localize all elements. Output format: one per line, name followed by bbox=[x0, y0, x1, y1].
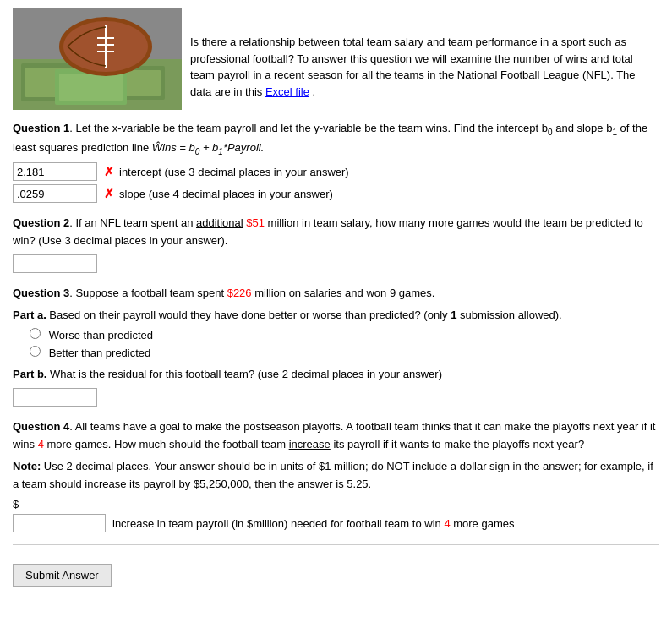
question4-wins: 4 bbox=[38, 438, 44, 450]
question3-partb-input[interactable] bbox=[13, 388, 97, 407]
question3-block: Question 3. Suppose a football team spen… bbox=[13, 285, 659, 407]
question4-dollar-section: $ increase in team payroll (in $million)… bbox=[13, 498, 659, 532]
question2-amount: $51 bbox=[246, 216, 265, 229]
question4-block: Question 4. All teams have a goal to mak… bbox=[13, 418, 659, 532]
radio-worse-text: Worse than predicted bbox=[49, 329, 153, 341]
question1-label: Question 1 bbox=[13, 122, 69, 134]
question3-parta-label: Part a. bbox=[13, 308, 46, 321]
question2-block: Question 2. If an NFL team spent an addi… bbox=[13, 215, 659, 273]
top-section: Is there a relationship between total te… bbox=[13, 8, 659, 110]
svg-rect-6 bbox=[59, 74, 123, 101]
slope-row: ✗ slope (use 4 decimal places in your an… bbox=[13, 184, 659, 203]
slope-input[interactable] bbox=[13, 184, 97, 203]
dollar-label-line: $ bbox=[13, 498, 659, 511]
question4-input[interactable] bbox=[13, 514, 106, 532]
football-image bbox=[13, 8, 182, 110]
radio-worse-label[interactable]: Worse than predicted bbox=[30, 328, 659, 341]
slope-x-mark: ✗ bbox=[104, 187, 114, 200]
excel-link[interactable]: Excel file bbox=[265, 85, 309, 98]
intercept-x-mark: ✗ bbox=[104, 165, 114, 178]
intro-text-content: Is there a relationship between total te… bbox=[190, 35, 636, 98]
question3-radio-group: Worse than predicted Better than predict… bbox=[30, 328, 659, 359]
question3-partb-label: Part b. bbox=[13, 368, 46, 380]
radio-worse[interactable] bbox=[30, 328, 41, 339]
question3-label: Question 3 bbox=[13, 287, 69, 299]
radio-better-text: Better than predicted bbox=[49, 347, 151, 359]
intercept-input[interactable] bbox=[13, 162, 97, 181]
question4-input-label: increase in team payroll (in $million) n… bbox=[112, 517, 514, 530]
question4-note: Note: Use 2 decimal places. Your answer … bbox=[13, 458, 659, 494]
question2-label: Question 2 bbox=[13, 216, 69, 229]
intro-end: . bbox=[313, 85, 316, 98]
question1-block: Question 1. Let the x-variable be the te… bbox=[13, 120, 659, 203]
submit-button[interactable]: Submit Answer bbox=[13, 564, 112, 587]
question2-input[interactable] bbox=[13, 254, 97, 273]
question3-amount: $226 bbox=[227, 287, 252, 299]
question3-parta-text: Part a. Based on their payroll would the… bbox=[13, 307, 659, 325]
question2-additional: additional bbox=[196, 216, 243, 229]
dollar-row: increase in team payroll (in $million) n… bbox=[13, 514, 659, 532]
radio-better-label[interactable]: Better than predicted bbox=[30, 346, 659, 359]
slope-label: slope (use 4 decimal places in your answ… bbox=[119, 188, 333, 200]
intro-text: Is there a relationship between total te… bbox=[190, 8, 659, 100]
q4-wins-label: 4 bbox=[444, 517, 450, 530]
question4-note-label: Note: bbox=[13, 460, 41, 472]
question4-text: Question 4. All teams have a goal to mak… bbox=[13, 418, 659, 454]
intercept-label: intercept (use 3 decimal places in your … bbox=[119, 166, 349, 178]
question2-text: Question 2. If an NFL team spent an addi… bbox=[13, 215, 659, 250]
divider bbox=[13, 544, 659, 545]
question3-text: Question 3. Suppose a football team spen… bbox=[13, 285, 659, 303]
question4-increase: increase bbox=[289, 438, 331, 450]
dollar-sign-label: $ bbox=[13, 498, 19, 511]
question1-text: Question 1. Let the x-variable be the te… bbox=[13, 120, 659, 158]
radio-better[interactable] bbox=[30, 346, 41, 357]
question3-partb-text: Part b. What is the residual for this fo… bbox=[13, 366, 659, 384]
question4-label: Question 4 bbox=[13, 420, 69, 433]
intercept-row: ✗ intercept (use 3 decimal places in you… bbox=[13, 162, 659, 181]
